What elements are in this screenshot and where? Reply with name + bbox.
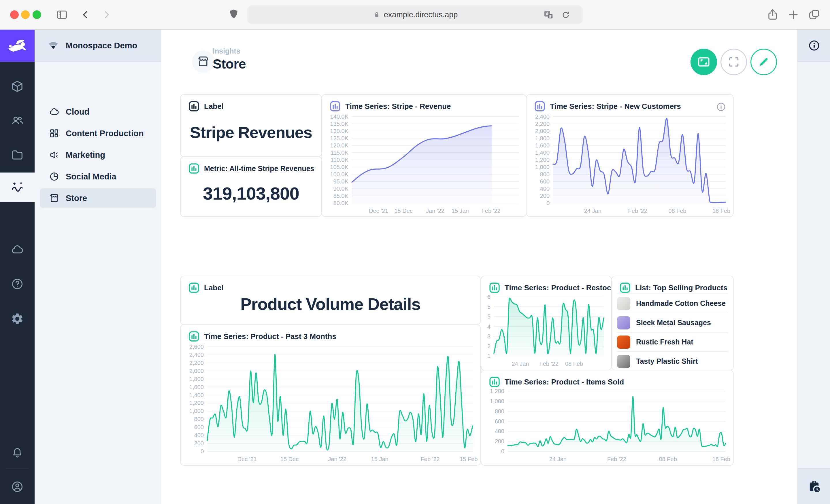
pencil-icon <box>757 56 770 68</box>
list-item[interactable]: Handmade Cotton Cheese <box>617 294 728 313</box>
svg-text:2,200: 2,200 <box>535 121 550 127</box>
info-icon <box>808 39 821 52</box>
svg-text:200: 200 <box>194 440 204 446</box>
clipboard-clock-icon <box>807 479 821 493</box>
reload-icon[interactable] <box>561 10 571 22</box>
svg-text:08 Feb: 08 Feb <box>659 456 677 462</box>
svg-text:Feb '22: Feb '22 <box>482 208 501 214</box>
svg-text:0: 0 <box>200 448 204 455</box>
svg-text:100.0K: 100.0K <box>330 171 349 177</box>
bar-chart-icon <box>188 101 200 112</box>
module-help[interactable] <box>0 271 35 297</box>
svg-text:24 Jan: 24 Jan <box>512 361 529 367</box>
storefront-icon <box>197 55 210 68</box>
panel-title: Time Series: Stripe - New Customers <box>550 102 681 111</box>
svg-text:15 Feb: 15 Feb <box>460 456 478 462</box>
module-users[interactable] <box>0 108 35 134</box>
new-tab-icon[interactable] <box>787 8 800 23</box>
sidebar-item-marketing[interactable]: Marketing <box>40 145 156 165</box>
present-icon <box>697 55 711 69</box>
info-icon[interactable] <box>716 102 726 113</box>
module-cloud[interactable] <box>0 237 35 263</box>
svg-text:105.0K: 105.0K <box>330 164 349 170</box>
bar-chart-icon <box>188 163 200 174</box>
account-button[interactable] <box>0 474 35 500</box>
sidebar-item-label: Store <box>66 194 87 203</box>
svg-text:110.0K: 110.0K <box>330 157 349 163</box>
forward-button-icon[interactable] <box>100 9 113 22</box>
svg-text:1,800: 1,800 <box>535 135 550 141</box>
minimize-window-button[interactable] <box>21 10 30 19</box>
tab-overview-icon[interactable] <box>807 8 821 23</box>
right-sidebar <box>797 30 830 504</box>
module-collections[interactable] <box>0 73 35 99</box>
svg-text:Jan '22: Jan '22 <box>328 456 346 462</box>
svg-text:2,000: 2,000 <box>189 368 204 374</box>
svg-text:4: 4 <box>487 324 490 330</box>
bar-chart-icon <box>489 376 500 388</box>
translate-icon[interactable]: A <box>543 9 554 23</box>
present-mode-button[interactable] <box>691 49 717 75</box>
past-3-months-chart: 2,6002,4002,2002,0001,8001,6001,4001,200… <box>183 343 478 464</box>
svg-text:1,000: 1,000 <box>189 408 204 414</box>
svg-text:08 Feb: 08 Feb <box>565 361 583 367</box>
sidebar-item-store[interactable]: Store <box>40 188 156 208</box>
sidebar-item-social-media[interactable]: Social Media <box>40 166 156 187</box>
maximize-window-button[interactable] <box>33 10 41 19</box>
module-files[interactable] <box>0 142 35 168</box>
panel-new-customers: Time Series: Stripe - New Customers 2,40… <box>526 94 734 217</box>
list-item[interactable]: Sleek Metal Sausages <box>617 313 728 332</box>
list-item[interactable]: Rustic Fresh Hat <box>617 332 728 351</box>
svg-text:Dec '21: Dec '21 <box>369 208 388 214</box>
stripe-revenue-chart: 140.0K135.0K130.0K125.0K120.0K115.0K110.… <box>324 112 524 216</box>
lock-icon <box>372 10 381 19</box>
share-icon[interactable] <box>766 8 779 23</box>
svg-text:1,800: 1,800 <box>189 376 204 382</box>
project-switcher[interactable]: Monospace Demo <box>35 30 161 62</box>
svg-text:Feb '22: Feb '22 <box>539 361 558 367</box>
svg-text:Dec '21: Dec '21 <box>237 456 257 462</box>
url-text: example.directus.app <box>384 10 458 19</box>
sidebar-item-content-production[interactable]: Content Production <box>40 123 156 143</box>
module-settings[interactable] <box>0 306 35 332</box>
fullscreen-button[interactable] <box>721 49 747 75</box>
edit-dashboard-button[interactable] <box>751 49 777 75</box>
divider <box>6 469 29 469</box>
notifications-button[interactable] <box>0 440 35 466</box>
svg-text:0: 0 <box>501 448 504 455</box>
svg-text:1,600: 1,600 <box>189 384 204 390</box>
address-bar[interactable]: example.directus.app A <box>247 5 583 24</box>
svg-text:24 Jan: 24 Jan <box>584 208 602 214</box>
svg-text:2,000: 2,000 <box>535 128 550 134</box>
svg-text:2,400: 2,400 <box>535 113 550 120</box>
sidebar-toggle-icon[interactable] <box>56 8 68 22</box>
svg-text:1: 1 <box>487 353 490 359</box>
project-signal-icon <box>47 39 59 52</box>
breadcrumb[interactable]: Insights <box>213 47 241 55</box>
svg-text:600: 600 <box>194 424 204 430</box>
panel-label-stripe: Label Stripe Revenues <box>180 94 322 157</box>
sidebar-item-cloud[interactable]: Cloud <box>40 102 156 122</box>
main-content: Insights Store Label Stripe Revenues <box>161 30 797 504</box>
module-insights[interactable] <box>0 172 35 202</box>
svg-text:200: 200 <box>540 193 550 199</box>
directus-logo[interactable] <box>0 30 35 62</box>
svg-text:200: 200 <box>495 438 504 444</box>
svg-text:0: 0 <box>546 200 550 206</box>
back-button-icon[interactable] <box>79 9 92 22</box>
product-name: Sleek Metal Sausages <box>636 318 711 327</box>
svg-text:400: 400 <box>495 428 504 434</box>
list-item[interactable]: Tasty Plastic Shirt <box>617 351 728 371</box>
sidebar-item-label: Marketing <box>66 150 105 160</box>
svg-text:1,400: 1,400 <box>189 392 204 398</box>
close-window-button[interactable] <box>10 10 19 19</box>
activity-log-button[interactable] <box>797 468 830 504</box>
navigation-sidebar: Monospace Demo Cloud Content Production … <box>35 30 161 504</box>
project-name: Monospace Demo <box>66 41 137 51</box>
panel-product-restocks: Time Series: Product - Restocks 65543212… <box>481 276 612 370</box>
product-thumbnail <box>617 355 630 368</box>
privacy-shield-icon[interactable] <box>227 8 241 22</box>
panel-top-selling-products: List: Top Selling Products Handmade Cott… <box>611 276 734 370</box>
svg-text:5: 5 <box>487 304 490 310</box>
info-sidebar-toggle[interactable] <box>797 30 830 62</box>
